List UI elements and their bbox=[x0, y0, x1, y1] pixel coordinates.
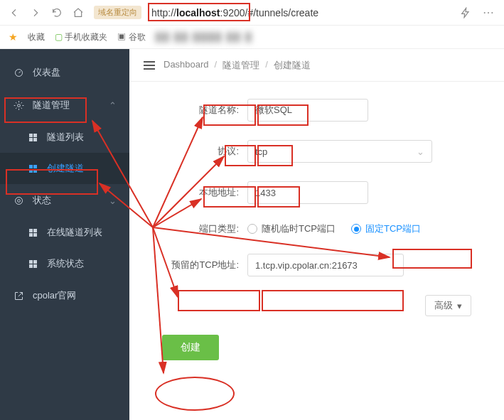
sidebar-item-tunnel-create[interactable]: 创建隧道 bbox=[0, 153, 129, 184]
grid-icon bbox=[27, 258, 38, 269]
row-submit: 创建 bbox=[148, 335, 486, 360]
home-button[interactable] bbox=[70, 4, 87, 21]
sidebar-item-label: 隧道管理 bbox=[33, 99, 70, 112]
row-port-type: 端口类型: 随机临时TCP端口 固定TCP端口 bbox=[148, 222, 486, 235]
redirect-badge: 域名重定向 bbox=[94, 6, 141, 19]
row-name: 隧道名称: bbox=[148, 99, 486, 122]
create-tunnel-form: 隧道名称: 协议: tcp ⌄ 本地地址: 端口类型: 随机临时T bbox=[129, 82, 504, 396]
sidebar-item-label: 仪表盘 bbox=[33, 66, 60, 79]
local-addr-field[interactable] bbox=[247, 181, 368, 204]
label-name: 隧道名称: bbox=[148, 104, 247, 117]
submit-button[interactable]: 创建 bbox=[162, 335, 219, 360]
bookmark-google[interactable]: ▣ 谷歌 bbox=[117, 31, 145, 43]
sidebar-item-label: 系统状态 bbox=[47, 257, 84, 270]
radio-dot bbox=[351, 224, 361, 234]
chevron-down-icon: ⌄ bbox=[417, 146, 424, 157]
breadcrumb-root[interactable]: Dashboard bbox=[163, 59, 209, 72]
sidebar-item-status[interactable]: 状态 ⌄ bbox=[0, 184, 129, 217]
svg-point-1 bbox=[17, 104, 20, 107]
chevron-up-icon: ⌃ bbox=[109, 100, 117, 111]
reserved-addr-field[interactable] bbox=[247, 254, 404, 276]
radio-dot bbox=[247, 224, 257, 234]
row-advanced: 高级 ▾ bbox=[148, 295, 486, 316]
bookmark-mobile[interactable]: ▢ 手机收藏夹 bbox=[55, 31, 107, 43]
label-reserved-addr: 预留的TCP地址: bbox=[148, 259, 247, 271]
row-reserved-addr: 预留的TCP地址: bbox=[148, 254, 486, 276]
status-icon bbox=[13, 195, 24, 206]
sidebar-item-online-list[interactable]: 在线隧道列表 bbox=[0, 217, 129, 248]
row-protocol: 协议: tcp ⌄ bbox=[148, 140, 486, 163]
sidebar-item-label: 状态 bbox=[33, 194, 51, 207]
sidebar-item-label: 创建隧道 bbox=[47, 162, 84, 175]
chevron-down-icon: ⌄ bbox=[109, 195, 117, 206]
svg-point-2 bbox=[15, 197, 22, 204]
browser-toolbar: 域名重定向 http://localhost:9200/#/tunnels/cr… bbox=[0, 0, 504, 26]
label-port-type: 端口类型: bbox=[148, 222, 247, 235]
forward-button[interactable] bbox=[27, 4, 44, 21]
url-host: localhost bbox=[176, 7, 220, 18]
port-type-radios: 随机临时TCP端口 固定TCP端口 bbox=[247, 222, 421, 235]
breadcrumb-mid[interactable]: 隧道管理 bbox=[222, 59, 259, 72]
sidebar-item-label: cpolar官网 bbox=[33, 289, 76, 302]
radio-fixed-port[interactable]: 固定TCP端口 bbox=[351, 222, 421, 235]
breadcrumb: Dashboard / 隧道管理 / 创建隧道 bbox=[163, 59, 311, 72]
gear-icon bbox=[13, 99, 24, 111]
url-prefix: http:// bbox=[151, 7, 176, 18]
breadcrumb-leaf: 创建隧道 bbox=[274, 59, 311, 72]
more-menu-button[interactable]: ⋯ bbox=[478, 6, 498, 19]
reload-button[interactable] bbox=[48, 4, 65, 21]
sidebar-item-tunnel-list[interactable]: 隧道列表 bbox=[0, 122, 129, 153]
menu-toggle-button[interactable] bbox=[144, 61, 155, 70]
main-content: Dashboard / 隧道管理 / 创建隧道 隧道名称: 协议: tcp ⌄ … bbox=[129, 49, 504, 420]
bookmarks-bar: ★ 收藏 ▢ 手机收藏夹 ▣ 谷歌 ██ ██ ████ ██ █ bbox=[0, 26, 504, 49]
url-port: :9200/ bbox=[220, 7, 248, 18]
label-local-addr: 本地地址: bbox=[148, 186, 247, 199]
topbar: Dashboard / 隧道管理 / 创建隧道 bbox=[129, 49, 504, 82]
breadcrumb-sep: / bbox=[265, 59, 268, 72]
grid-icon bbox=[27, 131, 38, 143]
url-input[interactable]: http://localhost:9200/#/tunnels/create bbox=[146, 4, 453, 21]
breadcrumb-sep: / bbox=[215, 59, 218, 72]
protocol-value: tcp bbox=[255, 146, 267, 157]
url-path: #/tunnels/create bbox=[247, 7, 318, 18]
bookmark-fav[interactable]: 收藏 bbox=[28, 31, 45, 43]
sidebar: 仪表盘 隧道管理 ⌃ 隧道列表 创建隧道 状态 ⌄ 在线隧道列表 系统状态 bbox=[0, 49, 129, 420]
grid-icon bbox=[27, 227, 38, 238]
app-root: 仪表盘 隧道管理 ⌃ 隧道列表 创建隧道 状态 ⌄ 在线隧道列表 系统状态 bbox=[0, 49, 504, 420]
caret-down-icon: ▾ bbox=[457, 301, 462, 311]
row-local-addr: 本地地址: bbox=[148, 181, 486, 204]
label-protocol: 协议: bbox=[148, 145, 247, 158]
sidebar-item-tunnel-mgmt[interactable]: 隧道管理 ⌃ bbox=[0, 89, 129, 122]
sidebar-item-sys-status[interactable]: 系统状态 bbox=[0, 248, 129, 279]
grid-icon bbox=[27, 163, 38, 174]
flash-icon[interactable] bbox=[457, 4, 474, 21]
sidebar-item-dashboard[interactable]: 仪表盘 bbox=[0, 56, 129, 89]
protocol-select[interactable]: tcp ⌄ bbox=[247, 140, 432, 163]
bookmark-blurred: ██ ██ ████ ██ █ bbox=[156, 32, 253, 42]
sidebar-item-label: 隧道列表 bbox=[47, 131, 84, 144]
external-link-icon bbox=[13, 290, 24, 301]
advanced-button[interactable]: 高级 ▾ bbox=[425, 295, 471, 316]
radio-label: 固定TCP端口 bbox=[365, 222, 421, 235]
radio-random-port[interactable]: 随机临时TCP端口 bbox=[247, 222, 336, 235]
dashboard-icon bbox=[13, 67, 24, 78]
svg-point-3 bbox=[17, 199, 20, 202]
star-icon: ★ bbox=[9, 31, 18, 43]
name-field[interactable] bbox=[247, 99, 368, 122]
sidebar-item-official[interactable]: cpolar官网 bbox=[0, 279, 129, 312]
radio-label: 随机临时TCP端口 bbox=[262, 222, 336, 235]
sidebar-item-label: 在线隧道列表 bbox=[47, 226, 102, 239]
back-button[interactable] bbox=[6, 4, 23, 21]
